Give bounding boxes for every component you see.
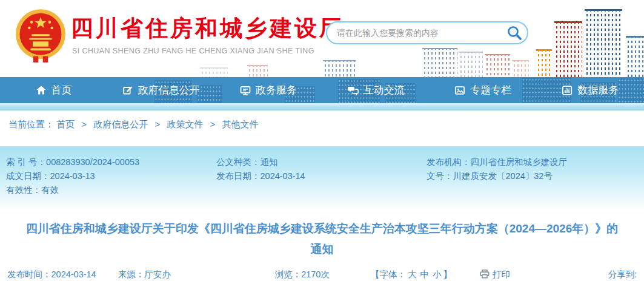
meta-field-written-date: 成文日期：2024-03-13 (6, 169, 216, 183)
breadcrumb-separator: > (81, 119, 87, 129)
meta-column-1: 索 引 号：008283930/2024-00053 成文日期：2024-03-… (6, 155, 216, 197)
nav-item-data-services[interactable]: 数据服务 (537, 77, 644, 103)
meta-value: 四川省住房和城乡建设厅 (471, 157, 568, 167)
meta-value: 有效 (41, 185, 59, 195)
publish-time-label: 发布时间： (7, 269, 51, 279)
nav-item-special-topics[interactable]: 专题专栏 (430, 77, 537, 103)
header-bottom-strip (0, 103, 644, 110)
meta-value: 008283930/2024-00053 (46, 157, 139, 167)
building-faint-blue (323, 60, 356, 77)
meta-value: 川建质安发〔2024〕32号 (453, 171, 553, 181)
print-label: 打印 (493, 269, 510, 280)
nav-item-label: 数据服务 (577, 83, 619, 97)
gallery-icon (454, 85, 465, 96)
meta-field-validity: 有效性：有效 (6, 183, 216, 197)
document-title: 四川省住房和城乡建设厅关于印发《四川省住房城乡建设系统安全生产治本攻坚三年行动方… (22, 218, 622, 260)
meta-column-3: 发布机构：四川省住房和城乡建设厅 文号：川建质安发〔2024〕32号 (427, 155, 638, 197)
site-subtitle: SI CHUAN SHENG ZHU FANG HE CHENG XIANG J… (72, 47, 314, 55)
building-faint-maroon (485, 54, 510, 77)
meta-label: 发布日期： (216, 171, 261, 181)
breadcrumb-separator: > (210, 119, 216, 129)
view-count: 浏览：2170次 (275, 269, 330, 280)
nav-item-label: 首页 (51, 83, 72, 97)
building-faint-small-2 (247, 65, 268, 77)
share-button[interactable]: 分享到: (608, 269, 637, 280)
font-size-small-button[interactable]: 小 (433, 269, 442, 279)
edit-icon (122, 85, 133, 96)
source-label: 来源： (118, 269, 145, 279)
building-steel (626, 36, 644, 77)
breadcrumb-item-other-files[interactable]: 其他文件 (222, 119, 259, 129)
meta-field-issuing-agency: 发布机构：四川省住房和城乡建设厅 (427, 155, 638, 169)
printer-icon (480, 269, 490, 280)
meta-column-2: 公文种类：通知 发布日期：2024-03-14 (216, 155, 427, 197)
meta-label: 文号： (427, 171, 453, 181)
site-title: 四川省住房和城乡建设厅 (71, 13, 344, 44)
monitor-icon (240, 85, 251, 96)
font-size-control: 【字体：大中小】 (371, 269, 452, 280)
nav-item-home[interactable]: 首页 (0, 77, 107, 103)
search-input[interactable] (337, 28, 506, 38)
meta-label: 成文日期： (6, 171, 50, 181)
nav-item-label: 专题专栏 (470, 83, 511, 97)
breadcrumb: 当前位置： 首页 > 政府信息公开 > 政策文件 > 其他文件 (0, 110, 644, 136)
site-header: 四川省住房和城乡建设厅 SI CHUAN SHENG ZHU FANG HE C… (0, 0, 644, 77)
building-faint-navy (422, 48, 457, 77)
source: 来源：厅安办 (118, 269, 171, 280)
info-bar: 发布时间：2024-03-14 来源：厅安办 浏览：2170次 【字体：大中小】… (0, 264, 644, 281)
breadcrumb-item-policy-files[interactable]: 政策文件 (167, 119, 203, 129)
nav-item-gov-info[interactable]: 政府信息公开 (107, 77, 214, 103)
nav-item-label: 政务服务 (256, 83, 297, 97)
meta-label: 发布机构： (427, 157, 471, 167)
search-box (326, 21, 528, 44)
building-faint-gray (459, 52, 483, 77)
meta-field-doc-number: 文号：川建质安发〔2024〕32号 (427, 169, 638, 183)
font-control-close: 】 (443, 269, 452, 279)
doc-meta-panel: 索 引 号：008283930/2024-00053 成文日期：2024-03-… (0, 146, 644, 213)
view-count-label: 浏览： (275, 269, 302, 279)
building-faint-pink (512, 60, 529, 77)
main-nav: 首页 政府信息公开 政务服务 互动交流 专题专栏 数据服务 (0, 77, 644, 103)
meta-field-index: 索 引 号：008283930/2024-00053 (6, 155, 216, 169)
building-faint-small-1 (200, 67, 228, 77)
data-icon (562, 85, 573, 96)
nav-item-interaction[interactable]: 互动交流 (322, 77, 430, 103)
meta-value: 2024-03-13 (50, 171, 95, 181)
breadcrumb-label: 当前位置： (8, 119, 54, 129)
nav-item-label: 政府信息公开 (138, 83, 200, 97)
breadcrumb-item-gov-info[interactable]: 政府信息公开 (93, 119, 148, 129)
publish-time-value: 2024-03-14 (51, 269, 96, 279)
print-button[interactable]: 打印 (480, 269, 510, 280)
breadcrumb-separator: > (154, 119, 160, 129)
font-size-large-button[interactable]: 大 (408, 269, 417, 279)
meta-label: 索 引 号： (6, 157, 46, 167)
home-icon (36, 85, 47, 95)
nav-item-label: 互动交流 (363, 83, 405, 97)
meta-field-publish-date: 发布日期：2024-03-14 (216, 169, 427, 183)
national-emblem-logo (15, 8, 66, 63)
font-control-open: 【字体： (371, 269, 406, 279)
nav-item-services[interactable]: 政务服务 (214, 77, 322, 103)
meta-value: 2024-03-14 (261, 171, 305, 181)
meta-label: 公文种类： (216, 157, 261, 167)
font-size-medium-button[interactable]: 中 (420, 269, 429, 279)
chat-icon (347, 85, 359, 96)
building-orange (536, 49, 552, 77)
search-icon[interactable] (506, 25, 522, 41)
source-value: 厅安办 (144, 269, 171, 279)
publish-time: 发布时间：2024-03-14 (7, 269, 96, 280)
building-navy (585, 9, 622, 77)
national-emblem-icon (15, 8, 66, 63)
meta-label: 有效性： (6, 185, 41, 195)
view-count-value: 2170次 (301, 269, 330, 279)
meta-field-doc-type: 公文种类：通知 (216, 155, 427, 169)
building-maroon (554, 21, 582, 77)
breadcrumb-item-home[interactable]: 首页 (56, 119, 75, 129)
meta-value: 通知 (261, 157, 278, 167)
